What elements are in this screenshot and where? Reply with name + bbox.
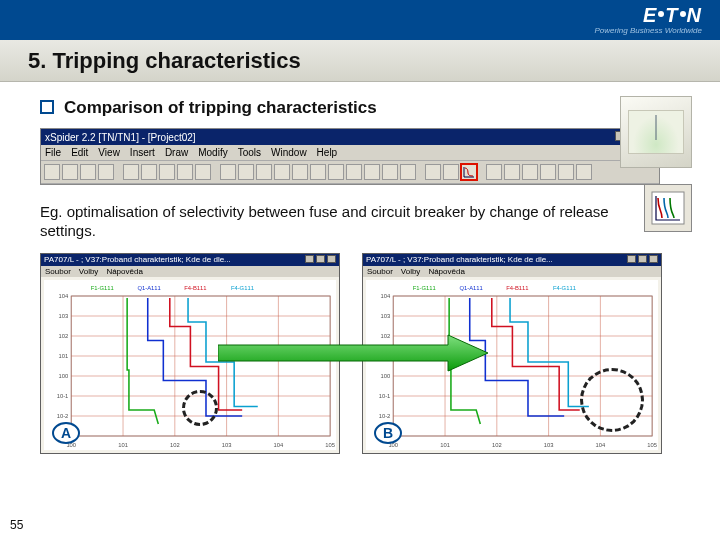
toolbar-icon[interactable] bbox=[159, 164, 175, 180]
example-text: Eg. optimalisation of selectivity betwee… bbox=[40, 203, 635, 241]
chart-menu-item[interactable]: Soubor bbox=[45, 267, 71, 276]
toolbar-icon[interactable] bbox=[540, 164, 556, 180]
toolbar-separator bbox=[479, 164, 484, 180]
toolbar-icon[interactable] bbox=[98, 164, 114, 180]
annotation-circle-a bbox=[182, 390, 218, 426]
chart-menu-item[interactable]: Volby bbox=[79, 267, 99, 276]
svg-text:10-2: 10-2 bbox=[57, 412, 69, 418]
toolbar-icon[interactable] bbox=[364, 164, 380, 180]
toolbar-icon[interactable] bbox=[522, 164, 538, 180]
toolbar-icon[interactable] bbox=[400, 164, 416, 180]
toolbar-icon[interactable] bbox=[44, 164, 60, 180]
menu-item[interactable]: Edit bbox=[71, 147, 88, 158]
menu-item[interactable]: View bbox=[98, 147, 120, 158]
svg-text:105: 105 bbox=[647, 441, 657, 447]
header-bar: ETN Powering Business Worldwide bbox=[0, 0, 720, 40]
toolbar-icon[interactable] bbox=[274, 164, 290, 180]
toolbar-icon[interactable] bbox=[123, 164, 139, 180]
app-window-screenshot: xSpider 2.2 [TN/TN1] - [Project02] File … bbox=[40, 128, 660, 185]
toolbar-icon[interactable] bbox=[177, 164, 193, 180]
menu-item[interactable]: Insert bbox=[130, 147, 155, 158]
svg-text:102: 102 bbox=[492, 441, 502, 447]
chart-menu-item[interactable]: Nápověda bbox=[106, 267, 142, 276]
menu-item[interactable]: Help bbox=[317, 147, 338, 158]
svg-text:104: 104 bbox=[59, 292, 69, 298]
svg-text:10-1: 10-1 bbox=[57, 392, 69, 398]
svg-text:104: 104 bbox=[274, 441, 284, 447]
svg-text:10-1: 10-1 bbox=[379, 392, 391, 398]
chart-menu-item[interactable]: Soubor bbox=[367, 267, 393, 276]
chart-badge-a: A bbox=[52, 422, 80, 444]
svg-text:103: 103 bbox=[381, 312, 391, 318]
toolbar-icon[interactable] bbox=[195, 164, 211, 180]
chart-menu-item[interactable]: Volby bbox=[401, 267, 421, 276]
curves-tool-icon[interactable] bbox=[644, 184, 692, 232]
svg-text:101: 101 bbox=[59, 352, 69, 358]
svg-text:100: 100 bbox=[381, 372, 391, 378]
slide: ETN Powering Business Worldwide 5. Tripp… bbox=[0, 0, 720, 540]
svg-text:F4-B111: F4-B111 bbox=[506, 284, 528, 290]
svg-text:F4-G111: F4-G111 bbox=[231, 284, 254, 290]
toolbar-icon[interactable] bbox=[310, 164, 326, 180]
toolbar-icon[interactable] bbox=[346, 164, 362, 180]
svg-text:100: 100 bbox=[59, 372, 69, 378]
toolbar-icon[interactable] bbox=[256, 164, 272, 180]
svg-text:104: 104 bbox=[381, 292, 391, 298]
chart-badge-b: B bbox=[374, 422, 402, 444]
toolbar-icon[interactable] bbox=[443, 164, 459, 180]
toolbar-icon[interactable] bbox=[80, 164, 96, 180]
svg-text:Q1-A111: Q1-A111 bbox=[459, 284, 482, 290]
svg-text:104: 104 bbox=[596, 441, 606, 447]
toolbar-icon[interactable] bbox=[141, 164, 157, 180]
svg-text:102: 102 bbox=[170, 441, 180, 447]
svg-rect-67 bbox=[652, 192, 684, 224]
page-number: 55 bbox=[10, 518, 23, 532]
toolbar-icon[interactable] bbox=[238, 164, 254, 180]
chart-plot-b: 10010110210310410510-310-210-11001011021… bbox=[366, 280, 658, 450]
svg-text:103: 103 bbox=[59, 312, 69, 318]
app-menu-bar: File Edit View Insert Draw Modify Tools … bbox=[41, 145, 659, 161]
toolbar-icon[interactable] bbox=[382, 164, 398, 180]
chart-caption: PA707/L - ; V37:Proband charakteristik; … bbox=[366, 255, 553, 265]
toolbar-icon[interactable] bbox=[486, 164, 502, 180]
svg-text:F4-B111: F4-B111 bbox=[184, 284, 206, 290]
toolbar-separator bbox=[116, 164, 121, 180]
toolbar-icon[interactable] bbox=[504, 164, 520, 180]
charts-row: PA707/L - ; V37:Proband charakteristik; … bbox=[40, 253, 692, 454]
menu-item[interactable]: File bbox=[45, 147, 61, 158]
corner-thumbnail bbox=[620, 96, 692, 168]
svg-text:F1-G111: F1-G111 bbox=[91, 284, 114, 290]
menu-item[interactable]: Modify bbox=[198, 147, 227, 158]
toolbar-icon[interactable] bbox=[558, 164, 574, 180]
chart-plot-a: 10010110210310410510-310-210-11001011021… bbox=[44, 280, 336, 450]
menu-item[interactable]: Tools bbox=[238, 147, 261, 158]
brand-logo: ETN bbox=[643, 4, 702, 27]
chart-menu-item[interactable]: Nápověda bbox=[428, 267, 464, 276]
svg-text:101: 101 bbox=[118, 441, 128, 447]
menu-item[interactable]: Window bbox=[271, 147, 307, 158]
svg-text:10-2: 10-2 bbox=[379, 412, 391, 418]
toolbar-icon[interactable] bbox=[576, 164, 592, 180]
toolbar-icon[interactable] bbox=[328, 164, 344, 180]
chart-caption: PA707/L - ; V37:Proband charakteristik; … bbox=[44, 255, 231, 265]
toolbar-icon[interactable] bbox=[62, 164, 78, 180]
svg-text:101: 101 bbox=[381, 352, 391, 358]
toolbar-icon[interactable] bbox=[220, 164, 236, 180]
bullet-row: Comparison of tripping characteristics bbox=[40, 98, 692, 118]
svg-text:F4-G111: F4-G111 bbox=[553, 284, 576, 290]
menu-item[interactable]: Draw bbox=[165, 147, 188, 158]
svg-text:Q1-A111: Q1-A111 bbox=[137, 284, 160, 290]
chart-window-b: PA707/L - ; V37:Proband charakteristik; … bbox=[362, 253, 662, 454]
svg-text:105: 105 bbox=[325, 441, 335, 447]
app-toolbar bbox=[41, 161, 659, 184]
toolbar-icon[interactable] bbox=[292, 164, 308, 180]
svg-text:103: 103 bbox=[222, 441, 232, 447]
toolbar-separator bbox=[418, 164, 423, 180]
tripping-characteristics-icon[interactable] bbox=[461, 164, 477, 180]
toolbar-separator bbox=[213, 164, 218, 180]
svg-text:102: 102 bbox=[59, 332, 69, 338]
toolbar-icon[interactable] bbox=[425, 164, 441, 180]
title-bar: 5. Tripping characteristics bbox=[0, 40, 720, 82]
svg-text:102: 102 bbox=[381, 332, 391, 338]
brand-tagline: Powering Business Worldwide bbox=[594, 26, 702, 35]
